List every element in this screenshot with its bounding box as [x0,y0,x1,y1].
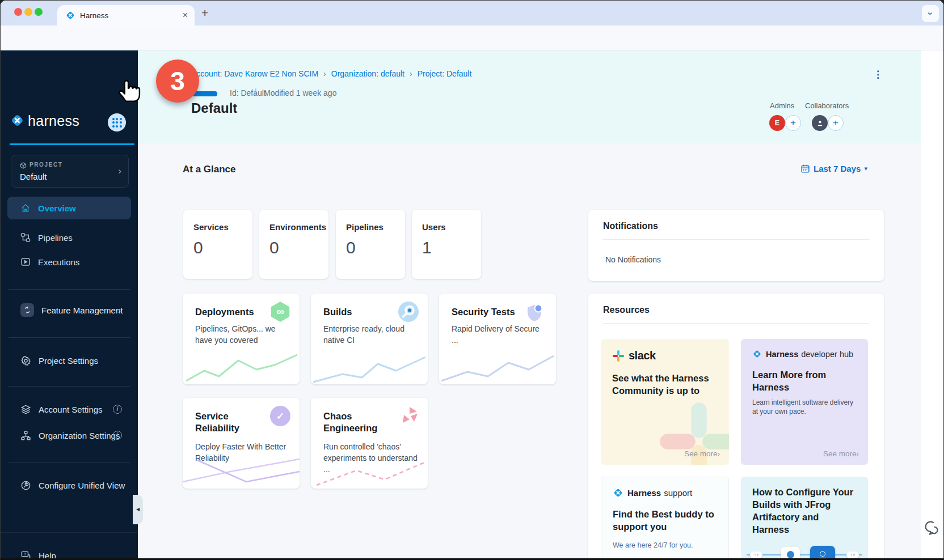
slack-icon [612,350,625,362]
module-desc: Rapid Delivery of Secure ... [452,323,547,346]
person-icon [816,119,824,128]
harness-logo-icon [613,487,623,498]
sidebar-item-label: Executions [38,257,79,267]
browser-toolbar: ← → ⟳ app.harness.io/ng/account/YWdkwNPi… [1,26,944,50]
project-selector[interactable]: PROJECT Default › [11,155,129,188]
add-collaborator-button[interactable]: + [828,115,844,131]
sidebar-divider [9,289,130,290]
sidebar-item-help[interactable]: ? Help [7,545,131,560]
sidebar-divider [9,386,130,387]
window-zoom-button[interactable] [35,8,43,16]
sidebar-item-overview[interactable]: Overview [7,197,131,219]
tab-search-button[interactable]: › [922,5,939,22]
module-card-deployments[interactable]: Deployments Pipelines, GitOps... we have… [183,294,300,384]
breadcrumb-organization[interactable]: Organization: default [331,69,404,78]
sidebar-collapse-handle[interactable]: ◀ [133,495,143,524]
meta-separator: | [255,87,257,96]
stat-value: 1 [422,238,432,257]
caret-down-icon: ▾ [864,165,867,172]
brand-bold: Harness [627,488,661,498]
window-minimize-button[interactable] [24,8,32,16]
pipeline-node-active [810,546,835,560]
tab-close-icon[interactable]: × [183,10,188,20]
resource-card-support[interactable]: Harness support Find the Best buddy to s… [601,477,729,560]
resource-card-jfrog[interactable]: How to Configure Your Builds with JFrog … [741,477,868,560]
gear-icon [20,355,31,366]
sidebar-item-label: Help [39,551,56,560]
stat-value: 0 [346,238,356,257]
service-reliability-icon: ✓ [270,406,290,426]
project-selector-label: PROJECT [30,162,62,168]
header-kebab-menu-icon[interactable]: ⋮ [873,69,883,80]
at-a-glance-title: At a Glance [183,164,236,175]
stat-value: 0 [193,238,203,257]
tab-title: Harness [80,11,108,20]
resource-heading: Find the Best buddy to support you [613,508,720,533]
resource-subtext: Learn intelligent software delivery at y… [752,398,858,416]
resources-title: Resources [603,305,650,315]
deployments-icon: ∞ [270,302,290,322]
sidebar-item-project-settings[interactable]: Project Settings [7,349,131,372]
module-card-builds[interactable]: Builds Enterprise ready, cloud native CI [311,294,428,384]
sidebar-item-pipelines[interactable]: Pipelines [7,226,131,249]
sidebar-item-label: Configure Unified View [39,481,125,490]
chaos-sparkline [311,456,428,489]
tab-strip: Harness × + › [1,1,944,26]
layers-icon [20,404,31,415]
sidebar-item-organization-settings[interactable]: Organization Settings i [7,425,131,446]
module-card-chaos-engineering[interactable]: Chaos Engineering Run controlled 'chaos'… [311,398,428,489]
sidebar-item-feature-management[interactable]: Feature Management › [7,299,131,321]
breadcrumb-separator-icon: › [323,69,326,78]
harness-logo-icon [752,349,762,359]
sidebar-item-label: Overview [38,203,76,213]
org-chart-icon [20,430,31,441]
window-close-button[interactable] [14,8,22,16]
harness-wordmark: harness [28,113,79,129]
harness-logo-icon [10,113,25,128]
modified-timestamp: Modified 1 week ago [264,88,336,97]
info-icon[interactable]: i [113,405,122,414]
see-more-link[interactable]: See more› [823,449,859,458]
new-tab-button[interactable]: + [201,6,208,20]
date-range-selector[interactable]: Last 7 Days ▾ [800,164,867,173]
add-admin-button[interactable]: + [785,115,801,131]
project-cube-icon [20,162,27,169]
resource-card-developer-hub[interactable]: Harness developer hub Learn More from Ha… [741,339,868,465]
resource-subtext: We are here 24/7 for you. [613,541,720,550]
admin-avatar[interactable]: E [769,115,785,131]
pipeline-node [846,551,859,558]
sidebar-item-label: Feature Management [41,306,123,315]
see-more-link[interactable]: See more› [684,449,720,458]
chevron-right-icon: › [857,449,859,458]
stat-card-environments: Environments 0 [259,210,328,279]
collaborator-avatar[interactable] [812,115,828,131]
feature-management-icon [20,303,34,317]
resource-card-slack[interactable]: slack See what the Harness Community is … [601,339,729,465]
reliability-sparkline [183,456,300,489]
builds-sparkline [311,351,428,384]
breadcrumb-account[interactable]: Account: Dave Karow E2 Non SCIM [191,69,318,78]
notifications-panel: Notifications No Notifications [588,210,884,281]
chaos-engineering-icon [398,406,419,426]
svg-text:?: ? [24,552,26,556]
sidebar-item-account-settings[interactable]: Account Settings i [7,398,131,420]
chat-bubbles-icon[interactable] [922,520,940,538]
module-title: Security Tests [452,306,526,318]
builds-icon [398,302,419,322]
breadcrumb-project[interactable]: Project: Default [418,69,472,78]
pipelines-icon [20,232,31,243]
sidebar-item-configure-unified-view[interactable]: Configure Unified View [7,474,131,496]
executions-icon [20,257,31,267]
module-card-service-reliability[interactable]: Service Reliability Deploy Faster With B… [183,398,300,489]
sidebar-item-executions[interactable]: Executions [7,251,131,273]
browser-tab[interactable]: Harness × [57,5,195,26]
right-gutter [921,50,944,560]
module-card-security-tests[interactable]: Security Tests Rapid Delivery of Secure … [439,294,556,384]
brand-bold: Harness [766,350,798,359]
sidebar-section-divider [1,532,138,533]
module-grid-button[interactable] [108,113,126,131]
info-icon[interactable]: i [113,431,122,440]
stat-value: 0 [269,238,279,257]
project-header: Account: Dave Karow E2 Non SCIM›Organiza… [138,50,921,143]
deployments-sparkline [183,351,300,384]
